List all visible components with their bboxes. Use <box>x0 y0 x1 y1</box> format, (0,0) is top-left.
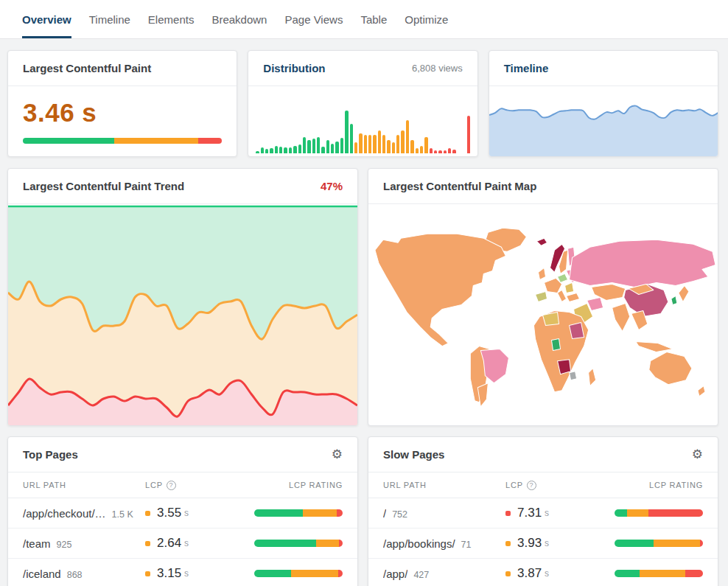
map-region-zimbabwe[interactable] <box>570 372 577 380</box>
histogram-bar[interactable] <box>359 133 362 153</box>
map-region-balkans[interactable] <box>565 282 574 293</box>
table-row[interactable]: /iceland 868 3.15 s <box>8 559 357 586</box>
map-region-turkey[interactable] <box>567 293 580 301</box>
histogram-bar[interactable] <box>284 147 287 153</box>
histogram-bar[interactable] <box>467 116 470 153</box>
histogram-bar[interactable] <box>438 150 441 154</box>
histogram-bar[interactable] <box>452 150 455 153</box>
world-choropleth-map[interactable] <box>368 204 718 425</box>
map-region-russia[interactable] <box>570 240 715 287</box>
histogram-bar[interactable] <box>293 146 296 153</box>
gear-icon[interactable]: ⚙ <box>332 448 343 461</box>
histogram-bar[interactable] <box>424 137 427 154</box>
table-row[interactable]: /app/checkout/… 1.5 K 3.55 s <box>8 498 357 529</box>
histogram-bar[interactable] <box>448 148 451 153</box>
map-region-argentina[interactable] <box>477 383 488 407</box>
map-region-new-zealand[interactable] <box>698 386 705 397</box>
lcp-unit: s <box>545 538 549 548</box>
histogram-bar[interactable] <box>368 135 371 153</box>
histogram-bar[interactable] <box>392 142 395 153</box>
histogram-bar[interactable] <box>298 144 301 153</box>
histogram-bar[interactable] <box>458 153 461 153</box>
histogram-bar[interactable] <box>340 138 343 153</box>
help-icon[interactable]: ? <box>527 481 536 490</box>
tab-elements[interactable]: Elements <box>148 0 195 38</box>
histogram-bar[interactable] <box>307 140 310 153</box>
histogram-bar[interactable] <box>279 147 282 153</box>
map-region-nigeria[interactable] <box>552 339 561 351</box>
lcp-rating-distribution-bar <box>23 138 222 144</box>
map-region-uk[interactable] <box>538 268 545 279</box>
histogram-bar[interactable] <box>265 149 268 153</box>
histogram-bar[interactable] <box>350 124 353 154</box>
histogram-bar[interactable] <box>364 135 367 153</box>
distribution-title[interactable]: Distribution <box>263 62 325 74</box>
histogram-bar[interactable] <box>401 130 404 154</box>
histogram-bar[interactable] <box>416 148 419 153</box>
histogram-bar[interactable] <box>378 130 381 154</box>
distribution-histogram[interactable] <box>248 86 477 156</box>
histogram-bar[interactable] <box>396 135 399 153</box>
tab-timeline[interactable]: Timeline <box>89 0 130 38</box>
lcp-world-map[interactable] <box>368 204 718 425</box>
histogram-bar[interactable] <box>444 150 447 154</box>
map-region-sudan[interactable] <box>570 323 584 339</box>
map-region-india[interactable] <box>612 303 630 331</box>
histogram-bar[interactable] <box>387 140 390 153</box>
histogram-bar[interactable] <box>382 135 385 153</box>
tab-breakdown[interactable]: Breakdown <box>211 0 267 38</box>
histogram-bar[interactable] <box>430 148 433 153</box>
table-row[interactable]: /app/ 427 3.87 s <box>368 559 718 586</box>
map-region-iberia[interactable] <box>535 291 547 301</box>
table-row[interactable]: / 752 7.31 s <box>368 498 718 529</box>
map-region-australia[interactable] <box>649 352 692 385</box>
histogram-bar[interactable] <box>275 146 278 154</box>
histogram-bar[interactable] <box>354 142 357 153</box>
histogram-bar[interactable] <box>331 144 334 154</box>
histogram-bar[interactable] <box>317 137 320 154</box>
histogram-bar[interactable] <box>303 137 306 154</box>
views-count: 6,808 views <box>412 63 463 74</box>
histogram-bar[interactable] <box>345 111 348 154</box>
map-region-japan[interactable] <box>679 285 689 301</box>
tab-page-views[interactable]: Page Views <box>284 0 343 38</box>
histogram-bar[interactable] <box>406 120 409 153</box>
lcp-rating-bar <box>615 570 703 577</box>
histogram-bar[interactable] <box>420 146 423 153</box>
histogram-bar[interactable] <box>321 147 324 153</box>
gear-icon[interactable]: ⚙ <box>692 448 703 461</box>
table-row[interactable]: /app/bookings/ 71 3.93 s <box>368 529 718 559</box>
histogram-bar[interactable] <box>462 153 465 153</box>
histogram-bar[interactable] <box>373 135 376 153</box>
timeline-area-chart[interactable] <box>489 86 718 156</box>
histogram-bar[interactable] <box>326 140 329 153</box>
histogram-bar[interactable] <box>261 147 264 153</box>
lcp-rating-dot <box>505 571 511 576</box>
tab-table[interactable]: Table <box>360 0 387 38</box>
lcp-rating-bar <box>254 540 343 547</box>
map-region-indonesia[interactable] <box>636 342 673 352</box>
map-region-north-america[interactable] <box>375 234 505 346</box>
table-row[interactable]: /team 925 2.64 s <box>8 529 357 559</box>
col-lcp-rating: LCP RATING <box>615 481 703 489</box>
histogram-bar[interactable] <box>256 151 259 153</box>
lcp-map-card: Largest Contentful Paint Map <box>368 168 718 426</box>
map-region-korea[interactable] <box>671 296 677 304</box>
timeline-title[interactable]: Timeline <box>504 62 549 74</box>
slow-pages-card: Slow Pages ⚙ URL PATH LCP? LCP RATING / … <box>368 436 718 586</box>
tab-optimize[interactable]: Optimize <box>405 0 448 38</box>
map-region-italy[interactable] <box>558 290 567 301</box>
map-region-iceland[interactable] <box>536 238 547 245</box>
help-icon[interactable]: ? <box>167 481 176 490</box>
histogram-bar[interactable] <box>289 147 292 153</box>
timeline-chart[interactable] <box>489 86 718 156</box>
histogram-bar[interactable] <box>270 148 273 154</box>
map-region-madagascar[interactable] <box>589 369 596 386</box>
histogram-bar[interactable] <box>335 142 338 154</box>
histogram-bar[interactable] <box>312 139 315 153</box>
lcp-trend-chart[interactable] <box>8 204 357 425</box>
tab-overview[interactable]: Overview <box>22 0 71 38</box>
histogram-bar[interactable] <box>434 150 437 153</box>
trend-stacked-area-chart[interactable] <box>8 204 357 425</box>
histogram-bar[interactable] <box>410 140 413 153</box>
